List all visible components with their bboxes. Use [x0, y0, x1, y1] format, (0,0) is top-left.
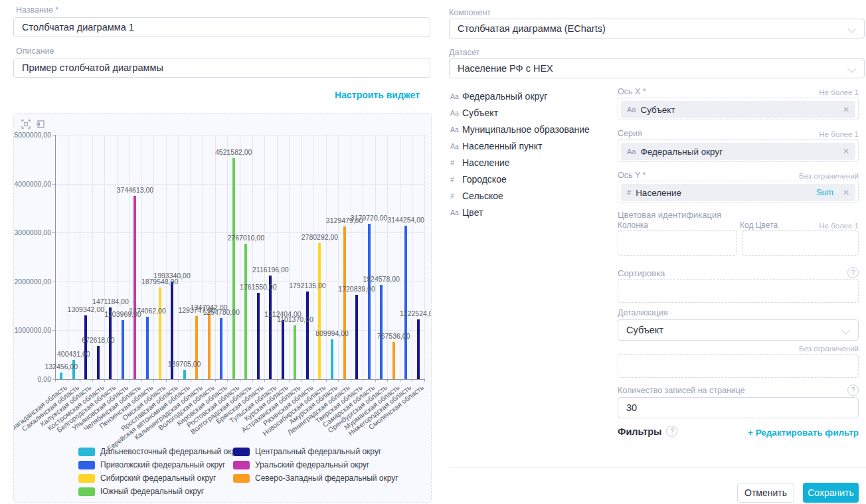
axis-x-chip[interactable]: Aa Субъект ✕	[621, 101, 855, 118]
bar-value-label: 3129479,00	[326, 216, 363, 224]
legend-swatch	[78, 474, 95, 483]
legend-item[interactable]: Уральский федеральный округ	[233, 460, 369, 470]
page-size-input[interactable]	[618, 397, 859, 418]
legend-item[interactable]: Приволжский федеральный округ	[78, 460, 225, 470]
axis-y-chip[interactable]: # Население Sum ✕	[621, 184, 855, 201]
legend-item[interactable]: Сибирский федеральный округ	[78, 473, 216, 483]
legend-item[interactable]: Центральный федеральный округ	[233, 446, 381, 457]
configure-widget-link[interactable]: Настроить виджет	[335, 90, 420, 100]
dataset-field-item[interactable]: AaСубъект	[450, 104, 616, 121]
axis-x-dropzone[interactable]: Aa Субъект ✕	[618, 98, 859, 120]
dataset-field-label: Сельское	[462, 191, 503, 201]
gridline	[129, 135, 130, 379]
legend-swatch	[233, 448, 250, 456]
edit-filter-link[interactable]: + Редактировать фильтр	[748, 428, 859, 438]
bar-value-label: 3744613,00	[117, 186, 153, 194]
gridline	[313, 135, 314, 379]
color-column-dropzone[interactable]	[618, 230, 737, 256]
legend-item[interactable]: Дальневосточный федеральный округ	[78, 446, 242, 457]
drilldown-dropzone[interactable]	[618, 354, 859, 378]
remove-icon[interactable]: ✕	[843, 105, 849, 114]
bar-value-label: 1879548,00	[141, 278, 178, 286]
bar-Челябинская область	[133, 196, 136, 379]
color-code-label: Код Цвета	[740, 220, 778, 230]
bar-Нижегородская область	[404, 226, 407, 379]
legend-item[interactable]: Южный федеральный округ	[78, 486, 204, 497]
aggregation-badge[interactable]: Sum	[816, 188, 833, 197]
cancel-button[interactable]: Отменить	[737, 483, 794, 503]
save-button[interactable]: Сохранить	[803, 483, 859, 503]
detailing-select[interactable]: Субъект	[618, 319, 859, 341]
legend-swatch	[233, 461, 250, 469]
remove-icon[interactable]: ✕	[843, 188, 849, 197]
dataset-label: Датасет	[449, 48, 479, 57]
axis-x-label: Ось X *	[618, 87, 646, 96]
dataset-field-item[interactable]: #Сельское	[450, 187, 616, 204]
legend-swatch	[78, 448, 95, 456]
legend-item[interactable]: Северо-Западный федеральный округ	[233, 473, 398, 483]
dataset-select-value: Население РФ с HEX	[458, 63, 553, 74]
sorting-help-icon[interactable]	[847, 267, 859, 278]
dataset-field-label: Население	[462, 157, 510, 168]
drilldown-limit: Без ограничений	[799, 345, 859, 353]
gridline	[412, 135, 412, 379]
dataset-field-label: Населенный пункт	[462, 141, 542, 151]
bar-value-label: 1924578,00	[363, 275, 399, 283]
y-axis-tick-label: 0,00	[14, 375, 51, 383]
color-identification-title: Цветовая идентификация	[618, 210, 721, 220]
legend-label: Южный федеральный округ	[100, 487, 204, 496]
bar-value-label: 1347042,00	[191, 303, 227, 311]
gridline	[338, 135, 339, 379]
gridline	[400, 135, 400, 379]
y-axis-tick-label: 2000000,00	[14, 278, 51, 286]
bar-Магаданская область	[60, 373, 62, 379]
gridline	[55, 135, 424, 135]
text-type-icon: Aa	[450, 109, 462, 117]
remove-icon[interactable]: ✕	[843, 147, 849, 156]
text-type-icon: Aa	[627, 147, 636, 155]
axis-y-dropzone[interactable]: # Население Sum ✕	[618, 181, 859, 203]
chevron-down-icon	[847, 25, 856, 33]
bar-chart: 0,001000000,002000000,003000000,00400000…	[14, 114, 430, 501]
dataset-field-item[interactable]: AaЦвет	[450, 204, 616, 220]
page-size-help-icon[interactable]	[847, 384, 859, 396]
bar-value-label: 1761550,00	[240, 283, 276, 291]
legend-label: Приволжский федеральный округ	[100, 460, 225, 469]
series-dropzone[interactable]: Aa Федеральный округ ✕	[618, 139, 859, 162]
gridline	[117, 135, 118, 379]
number-type-icon: #	[450, 159, 462, 167]
sorting-dropzone[interactable]	[618, 279, 859, 303]
widget-name-label: Название *	[16, 5, 58, 15]
dataset-field-item[interactable]: #Население	[450, 154, 616, 171]
bar-Еврейская автономная область	[183, 370, 186, 379]
gridline	[302, 135, 302, 379]
dataset-field-item[interactable]: AaМуниципальное образование	[450, 121, 616, 137]
gridline	[277, 135, 278, 379]
bar-value-label: 2116196,00	[252, 266, 289, 274]
y-axis-tick-label: 1000000,00	[14, 326, 51, 334]
component-select[interactable]: Столбчатая диаграмма (ECharts)	[449, 19, 865, 39]
widget-description-input[interactable]	[13, 58, 430, 78]
dataset-field-label: Цвет	[462, 207, 483, 218]
color-code-dropzone[interactable]	[742, 230, 859, 256]
dataset-field-item[interactable]: #Городское	[450, 171, 616, 187]
dataset-field-item[interactable]: AaФедеральный округ	[450, 88, 616, 104]
sorting-label: Сортировка	[618, 268, 665, 278]
widget-name-input[interactable]	[13, 17, 430, 37]
bar-value-label: 1101370,00	[277, 315, 313, 323]
bar-Курская область	[282, 320, 284, 379]
bar-value-label: 1792135,00	[289, 282, 325, 290]
component-select-value: Столбчатая диаграмма (ECharts)	[458, 23, 606, 34]
bar-Калужская область	[84, 315, 87, 379]
dataset-select[interactable]: Население РФ с HEX	[449, 58, 865, 78]
axis-y-label: Ось Y *	[618, 171, 646, 180]
page-size-label: Количество записей на странице	[618, 386, 745, 395]
text-type-icon: Aa	[627, 106, 636, 114]
filters-help-icon[interactable]	[666, 426, 677, 437]
bar-Тульская область	[269, 276, 272, 379]
series-chip[interactable]: Aa Федеральный округ ✕	[621, 143, 855, 160]
bar-value-label: 2780292,00	[302, 233, 338, 241]
dataset-field-item[interactable]: AaНаселенный пункт	[450, 137, 616, 154]
y-axis-tick-label: 5000000,00	[14, 131, 51, 139]
number-type-icon: #	[450, 175, 462, 183]
